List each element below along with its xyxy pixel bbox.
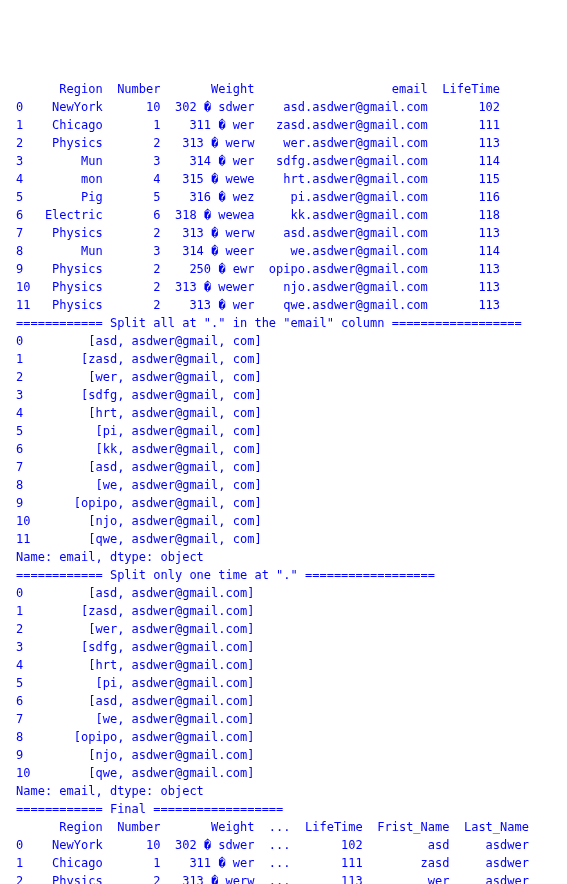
table1-row: 10 Physics 2 313 � wewer njo.asdwer@gmai… <box>16 280 500 294</box>
table1-row: 6 Electric 6 318 � wewea kk.asdwer@gmail… <box>16 208 500 222</box>
table1-row: 5 Pig 5 316 � wez pi.asdwer@gmail.com 11… <box>16 190 500 204</box>
split-all-row: 4 [hrt, asdwer@gmail, com] <box>16 406 262 420</box>
split-all-row: 11 [qwe, asdwer@gmail, com] <box>16 532 262 546</box>
table1-row: 0 NewYork 10 302 � sdwer asd.asdwer@gmai… <box>16 100 500 114</box>
split-all-row: 8 [we, asdwer@gmail, com] <box>16 478 262 492</box>
separator-split-all: ============ Split all at "." in the "em… <box>16 316 522 330</box>
split-one-row: 10 [qwe, asdwer@gmail.com] <box>16 766 254 780</box>
split-one-row: 4 [hrt, asdwer@gmail.com] <box>16 658 254 672</box>
table1-header: Region Number Weight email LifeTime <box>16 82 500 96</box>
split-one-row: 0 [asd, asdwer@gmail.com] <box>16 586 254 600</box>
table1-row: 8 Mun 3 314 � weer we.asdwer@gmail.com 1… <box>16 244 500 258</box>
split-one-row: 3 [sdfg, asdwer@gmail.com] <box>16 640 254 654</box>
table2-row: 2 Physics 2 313 � werw ... 113 wer asdwe… <box>16 874 529 884</box>
table1-row: 7 Physics 2 313 � werw asd.asdwer@gmail.… <box>16 226 500 240</box>
table1-row: 2 Physics 2 313 � werw wer.asdwer@gmail.… <box>16 136 500 150</box>
table1-row: 3 Mun 3 314 � wer sdfg.asdwer@gmail.com … <box>16 154 500 168</box>
split-all-row: 1 [zasd, asdwer@gmail, com] <box>16 352 262 366</box>
split-all-row: 9 [opipo, asdwer@gmail, com] <box>16 496 262 510</box>
split-one-row: 2 [wer, asdwer@gmail.com] <box>16 622 254 636</box>
series-footer: Name: email, dtype: object <box>16 550 204 564</box>
split-one-row: 8 [opipo, asdwer@gmail.com] <box>16 730 254 744</box>
series-footer: Name: email, dtype: object <box>16 784 204 798</box>
separator-split-one: ============ Split only one time at "." … <box>16 568 435 582</box>
split-one-row: 9 [njo, asdwer@gmail.com] <box>16 748 254 762</box>
split-all-row: 10 [njo, asdwer@gmail, com] <box>16 514 262 528</box>
table2-header: Region Number Weight ... LifeTime Frist_… <box>16 820 529 834</box>
split-one-row: 5 [pi, asdwer@gmail.com] <box>16 676 254 690</box>
split-all-row: 2 [wer, asdwer@gmail, com] <box>16 370 262 384</box>
split-all-row: 3 [sdfg, asdwer@gmail, com] <box>16 388 262 402</box>
table1-row: 4 mon 4 315 � wewe hrt.asdwer@gmail.com … <box>16 172 500 186</box>
console-output: Region Number Weight email LifeTime 0 Ne… <box>16 80 551 884</box>
split-one-row: 7 [we, asdwer@gmail.com] <box>16 712 254 726</box>
table2-row: 1 Chicago 1 311 � wer ... 111 zasd asdwe… <box>16 856 529 870</box>
split-all-row: 0 [asd, asdwer@gmail, com] <box>16 334 262 348</box>
split-one-row: 1 [zasd, asdwer@gmail.com] <box>16 604 254 618</box>
split-all-row: 5 [pi, asdwer@gmail, com] <box>16 424 262 438</box>
separator-final: ============ Final ================== <box>16 802 283 816</box>
table2-row: 0 NewYork 10 302 � sdwer ... 102 asd asd… <box>16 838 529 852</box>
split-all-row: 7 [asd, asdwer@gmail, com] <box>16 460 262 474</box>
split-all-row: 6 [kk, asdwer@gmail, com] <box>16 442 262 456</box>
table1-row: 1 Chicago 1 311 � wer zasd.asdwer@gmail.… <box>16 118 500 132</box>
split-one-row: 6 [asd, asdwer@gmail.com] <box>16 694 254 708</box>
table1-row: 11 Physics 2 313 � wer qwe.asdwer@gmail.… <box>16 298 500 312</box>
table1-row: 9 Physics 2 250 � ewr opipo.asdwer@gmail… <box>16 262 500 276</box>
